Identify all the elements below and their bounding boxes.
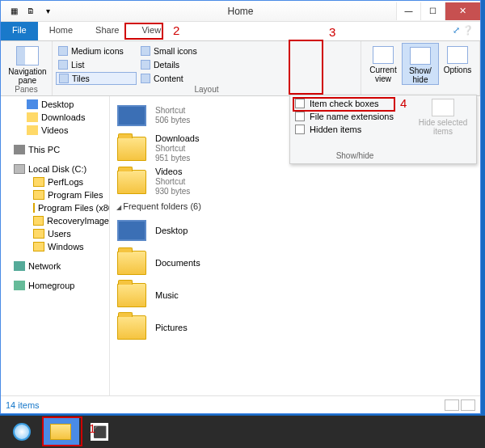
tree-network[interactable]: Network (1, 260, 109, 273)
file-explorer-icon (50, 424, 71, 440)
ribbon-tabs: File Home Share View ⤢ ❔ (1, 22, 480, 41)
tree-program-files[interactable]: Program Files (1, 188, 109, 201)
list-item[interactable]: VideosShortcut930 bytes (115, 165, 480, 198)
layout-medium-icons[interactable]: Medium icons (56, 44, 137, 57)
tree-users[interactable]: Users (1, 227, 109, 240)
checkbox-item-check-boxes[interactable]: Item check boxes (295, 99, 415, 108)
file-explorer-window: ▦ 🗎 ▾ Home File Home Share View ⤢ ❔ Navi… (0, 0, 481, 414)
show-hide-icon (410, 47, 431, 65)
folder-icon (117, 251, 146, 275)
desktop-icon (117, 220, 146, 241)
navigation-pane-button[interactable]: Navigation pane (4, 43, 51, 85)
status-item-count: 14 items (6, 400, 40, 410)
taskbar[interactable]: ⬛ (0, 416, 485, 448)
group-header-frequent[interactable]: Frequent folders (6) (115, 198, 480, 214)
layout-tiles[interactable]: Tiles (56, 72, 137, 85)
list-item[interactable]: Pictures (115, 311, 480, 344)
taskbar-ie-button[interactable] (3, 417, 40, 446)
help-button[interactable]: ⤢ ❔ (446, 22, 480, 40)
view-details-button[interactable] (445, 399, 459, 411)
folder-icon (117, 283, 146, 307)
hide-selected-items-button: Hide selected items (415, 99, 471, 160)
tree-program-files-x86[interactable]: Program Files (x86 (1, 201, 109, 214)
navigation-pane-icon (16, 46, 39, 66)
titlebar: ▦ 🗎 ▾ Home (1, 1, 480, 22)
tree-desktop[interactable]: Desktop (1, 98, 109, 111)
layout-small-icons[interactable]: Small icons (138, 44, 219, 57)
tab-file[interactable]: File (1, 22, 38, 40)
show-hide-button[interactable]: Show/ hide (402, 43, 439, 85)
tree-homegroup[interactable]: Homegroup (1, 279, 109, 292)
list-item[interactable]: Documents (115, 247, 480, 279)
taskbar-store-button[interactable]: ⬛ (81, 417, 118, 446)
qat-newfolder-icon[interactable]: 🗎 (23, 4, 39, 19)
folder-icon (117, 137, 146, 161)
qat-properties-icon[interactable]: ▦ (6, 4, 22, 19)
tree-local-disk[interactable]: Local Disk (C:) (1, 163, 109, 175)
current-view-icon (373, 46, 394, 64)
close-button[interactable] (445, 2, 480, 20)
tree-windows[interactable]: Windows (1, 240, 109, 253)
tree-videos[interactable]: Videos (1, 124, 109, 137)
options-icon (447, 46, 468, 64)
tree-downloads[interactable]: Downloads (1, 111, 109, 124)
minimize-button[interactable] (396, 2, 420, 20)
status-bar: 14 items (1, 395, 480, 413)
folder-icon (117, 170, 146, 194)
tree-perflogs[interactable]: PerfLogs (1, 175, 109, 188)
options-button[interactable]: Options (439, 43, 476, 74)
desktop-shortcut-icon (117, 105, 146, 126)
list-item[interactable]: Desktop (115, 214, 480, 247)
ribbon-layout-label: Layout (56, 85, 357, 95)
navigation-tree[interactable]: Desktop Downloads Videos This PC Local D… (1, 96, 110, 395)
checkbox-hidden-items[interactable]: Hidden items (295, 125, 415, 134)
folder-icon (117, 315, 146, 340)
hide-selected-icon (432, 99, 454, 116)
layout-details[interactable]: Details (138, 58, 219, 71)
taskbar-explorer-button[interactable] (42, 417, 79, 446)
checkbox-file-name-extensions[interactable]: File name extensions (295, 112, 415, 121)
tree-recovery-image[interactable]: RecoveryImage (1, 214, 109, 227)
show-hide-popup: Item check boxes File name extensions Hi… (289, 95, 477, 164)
tab-view[interactable]: View (130, 22, 172, 40)
window-title: Home (227, 6, 253, 17)
tree-this-pc[interactable]: This PC (1, 143, 109, 156)
qat-dropdown-icon[interactable]: ▾ (40, 4, 56, 19)
ie-icon (13, 423, 31, 441)
layout-list[interactable]: List (56, 58, 137, 71)
current-view-button[interactable]: Current view (365, 43, 402, 83)
store-icon: ⬛ (91, 423, 108, 441)
tab-share[interactable]: Share (84, 22, 130, 40)
view-thumbnails-button[interactable] (461, 399, 475, 411)
ribbon: Navigation pane Panes Medium icons Small… (1, 41, 480, 96)
layout-content[interactable]: Content (138, 72, 219, 85)
maximize-button[interactable] (420, 2, 445, 20)
tab-home[interactable]: Home (38, 22, 84, 40)
ribbon-panes-label: Panes (4, 85, 48, 95)
popup-label: Show/hide (295, 146, 415, 160)
list-item[interactable]: Music (115, 279, 480, 311)
